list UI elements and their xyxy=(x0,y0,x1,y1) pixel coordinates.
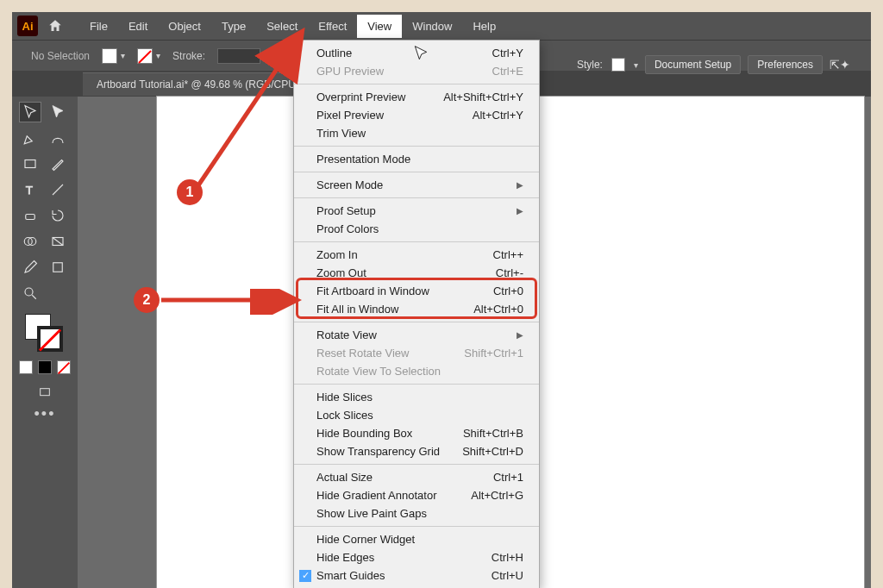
check-icon xyxy=(299,570,311,582)
menu-item-zoom-out[interactable]: Zoom OutCtrl+- xyxy=(294,264,539,282)
svg-rect-8 xyxy=(53,263,63,272)
hand-tool-icon[interactable] xyxy=(47,283,69,303)
options-bar-right: Style: ▾ Document Setup Preferences ⇱✦ xyxy=(577,55,850,74)
menu-object[interactable]: Object xyxy=(158,15,211,38)
svg-line-2 xyxy=(53,185,63,195)
chevron-down-icon[interactable]: ▾ xyxy=(121,51,125,60)
stroke-label: Stroke: xyxy=(172,50,205,62)
menu-select[interactable]: Select xyxy=(256,15,308,38)
menu-item-show-transparency-grid[interactable]: Show Transparency GridShift+Ctrl+D xyxy=(294,442,539,460)
annotation-badge-2: 2 xyxy=(134,287,160,313)
gradient-tool-icon[interactable] xyxy=(47,231,69,252)
menu-item-smart-guides[interactable]: Smart GuidesCtrl+U xyxy=(294,566,539,585)
align-icon[interactable]: ⇱✦ xyxy=(830,58,850,72)
direct-selection-tool-icon[interactable] xyxy=(47,102,69,122)
home-icon[interactable] xyxy=(47,17,64,34)
line-tool-icon[interactable] xyxy=(47,179,69,200)
menu-item-hide-gradient-annotator[interactable]: Hide Gradient AnnotatorAlt+Ctrl+G xyxy=(294,486,539,504)
paintbrush-tool-icon[interactable] xyxy=(47,153,69,174)
svg-text:T: T xyxy=(26,184,33,197)
menu-item-show-live-paint-gaps[interactable]: Show Live Paint Gaps xyxy=(294,504,539,522)
color-mode-gradient-icon[interactable] xyxy=(38,360,52,374)
menu-item-rotate-to-selection: Rotate View To Selection xyxy=(294,362,539,380)
chevron-right-icon: ▶ xyxy=(517,180,523,190)
fill-stroke-control[interactable] xyxy=(25,314,65,353)
artboard-tool-icon[interactable] xyxy=(47,257,69,278)
style-label: Style: xyxy=(577,59,603,71)
svg-rect-0 xyxy=(25,160,35,168)
chevron-right-icon: ▶ xyxy=(517,206,523,216)
menu-file[interactable]: File xyxy=(79,15,118,38)
tool-panel: T ••• xyxy=(12,97,78,588)
style-swatch[interactable] xyxy=(611,58,625,72)
selection-label: No Selection xyxy=(31,50,90,62)
menu-view[interactable]: View xyxy=(357,15,402,38)
menu-item-proof-colors[interactable]: Proof Colors xyxy=(294,220,539,238)
menu-item-fit-all[interactable]: Fit All in WindowAlt+Ctrl+0 xyxy=(294,300,539,318)
menu-help[interactable]: Help xyxy=(462,15,506,38)
zoom-tool-icon[interactable] xyxy=(19,283,41,303)
svg-line-10 xyxy=(32,295,36,299)
type-tool-icon[interactable]: T xyxy=(19,179,41,200)
menu-item-reset-rotate: Reset Rotate ViewShift+Ctrl+1 xyxy=(294,344,539,362)
stroke-color-icon[interactable] xyxy=(37,326,63,352)
menu-type[interactable]: Type xyxy=(211,15,256,38)
menu-item-pixel-preview[interactable]: Pixel PreviewAlt+Ctrl+Y xyxy=(294,106,539,124)
menu-item-zoom-in[interactable]: Zoom InCtrl++ xyxy=(294,246,539,264)
preferences-button[interactable]: Preferences xyxy=(748,55,823,74)
chevron-down-icon[interactable]: ▾ xyxy=(156,51,160,60)
svg-rect-11 xyxy=(41,389,50,396)
menu-item-hide-slices[interactable]: Hide Slices xyxy=(294,388,539,406)
menu-item-proof-setup[interactable]: Proof Setup▶ xyxy=(294,202,539,220)
selection-tool-icon[interactable] xyxy=(19,102,41,122)
curvature-tool-icon[interactable] xyxy=(47,128,69,148)
stroke-swatch[interactable] xyxy=(137,48,153,64)
eyedropper-tool-icon[interactable] xyxy=(19,257,41,278)
menu-item-hide-corner-widget[interactable]: Hide Corner Widget xyxy=(294,530,539,548)
menu-item-hide-edges[interactable]: Hide EdgesCtrl+H xyxy=(294,548,539,566)
document-setup-button[interactable]: Document Setup xyxy=(645,55,741,74)
app-logo-icon: Ai xyxy=(17,16,38,36)
menu-item-rotate-view[interactable]: Rotate View▶ xyxy=(294,326,539,344)
menu-item-trim-view[interactable]: Trim View xyxy=(294,124,539,142)
menu-item-gpu-preview: GPU PreviewCtrl+E xyxy=(294,62,539,80)
menu-item-presentation-mode[interactable]: Presentation Mode xyxy=(294,150,539,168)
menu-edit[interactable]: Edit xyxy=(118,15,158,38)
color-mode-solid-icon[interactable] xyxy=(19,360,33,374)
chevron-down-icon[interactable]: ▾ xyxy=(634,60,638,70)
shape-builder-tool-icon[interactable] xyxy=(19,231,41,252)
menu-item-lock-slices[interactable]: Lock Slices xyxy=(294,406,539,424)
menu-item-fit-artboard[interactable]: Fit Artboard in WindowCtrl+0 xyxy=(294,282,539,300)
annotation-badge-1: 1 xyxy=(177,179,203,205)
menu-window[interactable]: Window xyxy=(402,15,462,38)
svg-line-7 xyxy=(53,238,63,246)
rotate-tool-icon[interactable] xyxy=(47,205,69,226)
rectangle-tool-icon[interactable] xyxy=(19,153,41,174)
pen-tool-icon[interactable] xyxy=(19,128,41,148)
menu-item-actual-size[interactable]: Actual SizeCtrl+1 xyxy=(294,468,539,486)
menubar: Ai File Edit Object Type Select Effect V… xyxy=(12,12,871,40)
eraser-tool-icon[interactable] xyxy=(19,205,41,226)
fill-swatch[interactable] xyxy=(102,48,117,64)
screen-mode-icon[interactable] xyxy=(38,386,52,400)
chevron-right-icon: ▶ xyxy=(517,330,523,340)
svg-rect-3 xyxy=(26,215,35,220)
cursor-icon xyxy=(412,45,429,62)
view-dropdown-menu: OutlineCtrl+Y GPU PreviewCtrl+E Overprin… xyxy=(293,40,540,588)
menu-item-overprint-preview[interactable]: Overprint PreviewAlt+Shift+Ctrl+Y xyxy=(294,88,539,106)
menu-item-hide-bounding-box[interactable]: Hide Bounding BoxShift+Ctrl+B xyxy=(294,424,539,442)
svg-point-9 xyxy=(25,288,33,296)
stroke-weight-input[interactable] xyxy=(217,48,260,64)
edit-toolbar-icon[interactable]: ••• xyxy=(34,405,56,423)
menu-effect[interactable]: Effect xyxy=(308,15,357,38)
color-mode-none-icon[interactable] xyxy=(57,360,71,374)
menu-item-screen-mode[interactable]: Screen Mode▶ xyxy=(294,176,539,194)
